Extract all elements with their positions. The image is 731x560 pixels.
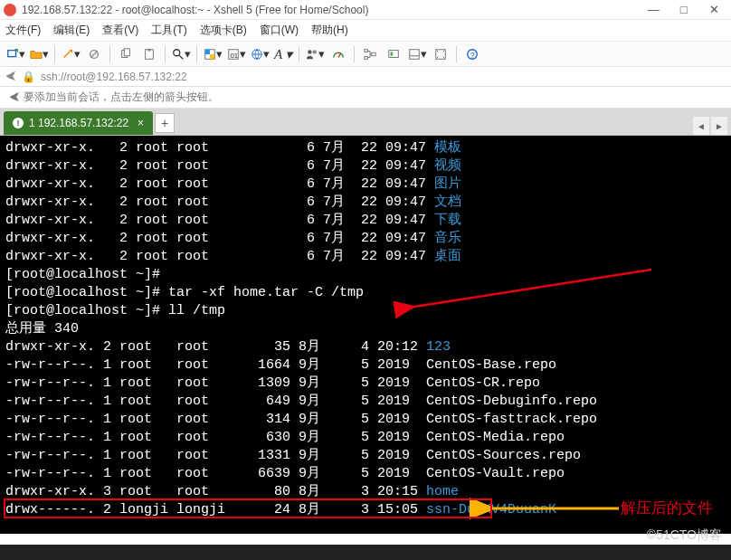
title-bar: 192.168.57.132:22 - root@localhost:~ - X… xyxy=(0,0,731,20)
separator xyxy=(299,46,299,62)
prompt-line: [root@localhost ~]# xyxy=(5,266,726,284)
svg-point-7 xyxy=(173,49,179,55)
ls-row: drwxr-xr-x. 2 root root 6 7月 22 09:47 视频 xyxy=(5,157,726,176)
svg-rect-19 xyxy=(365,56,368,59)
svg-rect-20 xyxy=(372,52,375,56)
svg-line-8 xyxy=(178,54,182,58)
ls-row: drwxr-xr-x. 2 root root 6 7月 22 09:47 下载 xyxy=(5,212,726,230)
separator xyxy=(354,46,355,62)
window-title: 192.168.57.132:22 - root@localhost:~ - X… xyxy=(22,4,640,16)
new-tab-button[interactable]: + xyxy=(155,113,175,133)
tab-scroll: ◄ ► xyxy=(693,117,731,135)
svg-point-16 xyxy=(312,50,316,53)
address-path[interactable]: ssh://root@192.168.57.132:22 xyxy=(41,71,187,83)
svg-rect-23 xyxy=(409,49,419,59)
separator xyxy=(196,46,197,62)
separator xyxy=(456,46,457,62)
svg-text:?: ? xyxy=(470,50,475,59)
language-button[interactable]: ▾ xyxy=(250,44,270,64)
ls-row: -rw-r--r--. 1 root root 1664 9月 5 2019 C… xyxy=(5,356,726,375)
compose-button[interactable]: ▾ xyxy=(407,44,427,64)
menu-file[interactable]: 文件(F) xyxy=(5,23,41,38)
font-button[interactable]: A ▾ xyxy=(273,44,293,64)
copy-button[interactable] xyxy=(116,44,136,64)
tab-scroll-left[interactable]: ◄ xyxy=(693,117,709,135)
svg-line-2 xyxy=(91,51,98,57)
ls-row: drwxr-xr-x. 2 root root 6 7月 22 09:47 图片 xyxy=(5,176,726,194)
separator xyxy=(54,46,55,62)
prompt-line: [root@localhost ~]# tar -xf home.tar -C … xyxy=(5,284,726,302)
prompt-line: [root@localhost ~]# ll /tmp xyxy=(5,302,726,320)
minimize-button[interactable]: — xyxy=(640,3,667,16)
svg-rect-10 xyxy=(204,49,209,53)
ls-row: -rw-r--r--. 1 root root 649 9月 5 2019 Ce… xyxy=(5,393,726,411)
ls-row: -rw-r--r--. 1 root root 1331 9月 5 2019 C… xyxy=(5,447,726,465)
menu-edit[interactable]: 编辑(E) xyxy=(53,23,90,38)
menu-view[interactable]: 查看(V) xyxy=(102,23,138,38)
separator xyxy=(109,46,110,62)
info-text: 要添加当前会话，点击左侧的箭头按钮。 xyxy=(24,90,219,105)
menu-bar: 文件(F) 编辑(E) 查看(V) 工具(T) 选项卡(B) 窗口(W) 帮助(… xyxy=(0,20,731,42)
help-button[interactable]: ? xyxy=(462,44,482,64)
tunneling-button[interactable] xyxy=(384,44,403,64)
app-icon xyxy=(4,4,16,16)
svg-rect-4 xyxy=(124,48,129,55)
color-scheme-button[interactable]: ▾ xyxy=(203,44,223,64)
svg-line-17 xyxy=(338,53,341,57)
ls-row: drwx------. 2 longji longji 24 8月 3 15:0… xyxy=(5,501,726,519)
ls-row: -rw-r--r--. 1 root root 1309 9月 5 2019 C… xyxy=(5,375,726,393)
watermark: ©51CTO博客 xyxy=(647,527,722,544)
ls-row: -rw-r--r--. 1 root root 630 9月 5 2019 Ce… xyxy=(5,429,726,447)
ls-row: drwxr-xr-x. 2 root root 6 7月 22 09:47 模板 xyxy=(5,139,726,157)
separator xyxy=(165,46,166,62)
svg-rect-21 xyxy=(389,50,399,57)
svg-rect-11 xyxy=(210,54,214,59)
window-controls: — □ ✕ xyxy=(640,3,727,16)
session-tab[interactable]: ! 1 192.168.57.132:22 × xyxy=(4,111,153,135)
svg-rect-18 xyxy=(365,49,368,52)
info-bar: ⮜ 要添加当前会话，点击左侧的箭头按钮。 xyxy=(0,87,731,109)
menu-tabs[interactable]: 选项卡(B) xyxy=(200,23,247,38)
ls-row: drwxr-xr-x. 2 root root 35 8月 4 20:12 12… xyxy=(5,338,726,356)
reconnect-button[interactable]: ▾ xyxy=(61,44,81,64)
users-button[interactable]: ▾ xyxy=(305,44,325,64)
svg-rect-6 xyxy=(147,48,151,51)
menu-window[interactable]: 窗口(W) xyxy=(260,23,299,38)
close-button[interactable]: ✕ xyxy=(700,3,727,16)
paste-button[interactable] xyxy=(139,44,159,64)
tab-close-button[interactable]: × xyxy=(138,117,144,129)
ls-row: drwxr-xr-x. 2 root root 6 7月 22 09:47 文档 xyxy=(5,194,726,212)
status-bar xyxy=(0,545,731,560)
new-session-button[interactable]: ▾ xyxy=(5,44,25,64)
menu-help[interactable]: 帮助(H) xyxy=(311,23,348,38)
lock-icon: 🔒 xyxy=(22,71,35,83)
encoding-button[interactable]: 01▾ xyxy=(226,44,246,64)
maximize-button[interactable]: □ xyxy=(670,3,698,16)
open-button[interactable]: ▾ xyxy=(29,44,49,64)
terminal[interactable]: drwxr-xr-x. 2 root root 6 7月 22 09:47 模板… xyxy=(0,136,731,534)
menu-tools[interactable]: 工具(T) xyxy=(151,23,186,38)
ls-row: drwxr-xr-x. 2 root root 6 7月 22 09:47 桌面 xyxy=(5,248,726,266)
svg-text:01: 01 xyxy=(230,51,238,59)
svg-rect-0 xyxy=(7,50,15,56)
info-arrow-icon[interactable]: ⮜ xyxy=(5,91,24,104)
tab-label: 1 192.168.57.132:22 xyxy=(29,117,128,129)
tab-strip: ! 1 192.168.57.132:22 × + ◄ ► xyxy=(0,109,731,136)
total-line: 总用量 340 xyxy=(5,320,726,338)
add-session-arrow[interactable]: ⮜ xyxy=(5,71,16,83)
ls-row: drwxr-xr-x. 3 root root 80 8月 3 20:15 ho… xyxy=(5,483,726,501)
ls-row: -rw-r--r--. 1 root root 6639 9月 5 2019 C… xyxy=(5,465,726,483)
ls-row: -rw-r--r--. 1 root root 314 9月 5 2019 Ce… xyxy=(5,411,726,429)
tab-scroll-right[interactable]: ► xyxy=(711,117,727,135)
svg-rect-22 xyxy=(391,52,394,55)
address-bar: ⮜ 🔒 ssh://root@192.168.57.132:22 xyxy=(0,67,731,87)
ls-row: drwxr-xr-x. 2 root root 6 7月 22 09:47 音乐 xyxy=(5,230,726,248)
dashboard-button[interactable] xyxy=(328,44,348,64)
tab-status-icon: ! xyxy=(13,118,24,128)
disconnect-button[interactable] xyxy=(84,44,104,64)
sessions-tree-button[interactable] xyxy=(360,44,380,64)
svg-point-15 xyxy=(308,50,311,53)
fullscreen-button[interactable] xyxy=(431,44,451,64)
find-button[interactable]: ▾ xyxy=(171,44,191,64)
toolbar: ▾ ▾ ▾ ▾ ▾ 01▾ ▾ A ▾ ▾ ▾ ? xyxy=(0,42,731,67)
